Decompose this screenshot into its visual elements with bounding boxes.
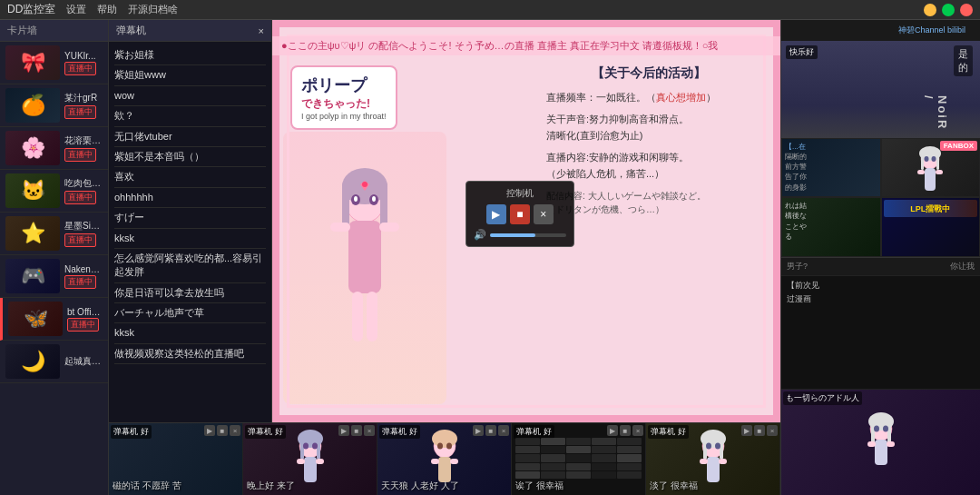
menu-settings[interactable]: 设置: [66, 3, 86, 16]
main-layout: 卡片墙 🎀 YUKIr... 直播中 🍊 某汁grR 直播中 🌸: [0, 20, 980, 495]
svg-rect-11: [352, 292, 363, 342]
danmu-item-3: 欸？: [114, 106, 266, 126]
danmu-panel: 弹幕机 × 紫お姐様 紫姐姐www wow 欸？: [109, 20, 272, 422]
volume-bar[interactable]: [490, 233, 566, 237]
mini-ctrl-0[interactable]: ▶ ■ ×: [204, 425, 240, 436]
svg-point-26: [437, 443, 443, 450]
sidebar-live-1: 直播中: [64, 105, 96, 119]
svg-point-7: [372, 196, 376, 202]
bc-danmu-1: 晚上好 来了: [247, 480, 373, 491]
anime-char-svg: [858, 412, 904, 471]
bottom-cell-0[interactable]: ▶ ■ × 弹幕机 好 磁的话 不愿辞 苦: [109, 423, 243, 495]
svg-rect-52: [887, 420, 891, 445]
play-icon: ▶: [492, 208, 500, 221]
character-area: [283, 132, 446, 404]
sidebar-thumb-2: 🌸: [5, 131, 60, 165]
bc-danmu-2: 天天狼 人老好 人了: [381, 480, 507, 491]
bc-danmu-0: 磁的话 不愿辞 苦: [113, 480, 239, 491]
bili-header: 神碧Channel bilibil: [781, 20, 980, 41]
sidebar-thumb-4: ⭐: [5, 216, 60, 251]
mini-ctrl-3[interactable]: ▶ ■ ×: [607, 425, 643, 436]
vc-close-button[interactable]: ×: [534, 204, 554, 224]
bottom-cell-3[interactable]: ▶ ■ × 弹幕机 好: [512, 423, 646, 495]
stream-char-label: 配信内容: 大人しいゲームや雑談など。（ドリタンが危機、つら…）: [546, 189, 751, 216]
bottom-bar: ▶ ■ × 弹幕机 好 磁的话 不愿辞 苦 ▶ ■ × 弹幕机 好: [109, 422, 780, 495]
rsc-2[interactable]: れは結 構後な ことや る: [781, 197, 881, 256]
maximize-button[interactable]: [942, 4, 955, 16]
mini-btn-9[interactable]: ▶: [607, 425, 618, 436]
right-bottom-header: 男子? 你让我: [781, 258, 980, 276]
svg-point-20: [312, 443, 318, 450]
svg-point-53: [874, 426, 879, 432]
danmu-item-8: すげー: [114, 208, 266, 228]
danmu-item-9: kksk: [114, 229, 266, 249]
sidebar-thumb-7: 🌙: [5, 344, 60, 379]
vc-buttons[interactable]: ▶ ■ ×: [474, 204, 566, 224]
bc-danmu-4: 淡了 很幸福: [650, 480, 776, 491]
svg-rect-12: [367, 292, 377, 342]
danmu-panel-title: 弹幕机: [116, 24, 146, 37]
sidebar-name-3: 吃肉包的必暴: [64, 177, 103, 190]
right-anime-char: も一切らのアドル人: [781, 389, 980, 495]
info-row-2: 直播内容:安静的游戏和闲聊等。 （少被陷人危机，痛苦...）: [546, 149, 751, 182]
menu-bar[interactable]: 设置 帮助 开源归档啥: [66, 3, 178, 16]
svg-rect-43: [936, 152, 939, 170]
svg-rect-38: [700, 459, 708, 464]
vc-volume: 🔊: [474, 229, 566, 241]
sidebar-name-7: 起城真寻Official: [64, 355, 103, 368]
lpl-label: LPL擂戰中: [910, 204, 950, 213]
rsc-0[interactable]: 【...在 隔断的 前方警 告了你 的身影: [781, 138, 881, 197]
danmu-item-6: 喜欢: [114, 167, 266, 187]
mini-btn-11[interactable]: ×: [632, 425, 643, 436]
vc-play-button[interactable]: ▶: [486, 204, 506, 224]
svg-rect-56: [867, 441, 876, 447]
menu-open[interactable]: 开源归档啥: [128, 3, 178, 16]
bc-danmu-text-0: 磁的话 不愿辞 苦: [113, 480, 239, 491]
menu-help[interactable]: 帮助: [97, 3, 117, 16]
mini-btn-2[interactable]: ×: [230, 425, 240, 436]
bc-label-0: 弹幕机 好: [111, 425, 152, 439]
svg-rect-55: [875, 440, 887, 465]
bottom-cell-2[interactable]: ▶ ■ × 弹幕机 好 天: [377, 423, 512, 495]
sidebar-item-1[interactable]: 🍊 某汁grR 直播中: [0, 84, 108, 127]
rbc-0: 【前次见: [787, 280, 975, 292]
stop-icon: ■: [516, 208, 523, 221]
mini-btn-0[interactable]: ▶: [204, 425, 215, 436]
bottom-cell-4[interactable]: ▶ ■ × 弹幕机 好: [646, 423, 780, 495]
sidebar-thumb-0: 🎀: [5, 45, 60, 80]
rsc-3[interactable]: LPL擂戰中: [881, 197, 981, 256]
danmu-item-5: 紫姐不是本音吗（）: [114, 147, 266, 167]
close-button[interactable]: [960, 4, 973, 16]
sidebar-item-0[interactable]: 🎀 YUKIr... 直播中: [0, 42, 108, 84]
danmu-list[interactable]: 紫お姐様 紫姐姐www wow 欸？ 无口佬vtuber 紫: [109, 42, 271, 422]
minimize-button[interactable]: [924, 4, 936, 16]
danmu-close-button[interactable]: ×: [259, 25, 264, 36]
sidebar-item-2[interactable]: 🌸 花溶栗栗子 直播中: [0, 127, 108, 170]
danmu-item-1: 紫姐姐www: [114, 65, 266, 85]
sidebar-item-6[interactable]: 🦋 bt Official 直播中: [0, 298, 108, 341]
svg-point-44: [925, 156, 929, 162]
danmu-item-13: kksk: [114, 323, 266, 343]
mini-btn-10[interactable]: ■: [620, 425, 631, 436]
svg-point-19: [303, 443, 309, 450]
svg-point-27: [446, 443, 452, 450]
speech-bubble: ポリープ できちゃった! I got polyp in my throat!: [290, 65, 397, 130]
vc-stop-button[interactable]: ■: [510, 204, 530, 224]
rsc-1[interactable]: FANBOX: [881, 138, 981, 197]
info-row-0: 直播频率：一如既往。（真心想增加）: [546, 89, 751, 105]
sidebar-item-5[interactable]: 🎮 Nakendoo 直播中: [0, 255, 108, 298]
bc-danmu-3: 诶了 很幸福: [515, 480, 642, 491]
danmu-text-8: すげー: [114, 212, 144, 223]
svg-rect-57: [887, 441, 895, 447]
sidebar-item-7[interactable]: 🌙 起城真寻Official: [0, 341, 108, 383]
sidebar-item-4[interactable]: ⭐ 星墨Sirius 直播中: [0, 213, 108, 255]
right-top-stream: 神碧Channel bilibil 🧑 是的 NoiR /: [781, 20, 980, 258]
mini-btn-1[interactable]: ■: [217, 425, 228, 436]
sidebar-live-3: 直播中: [64, 191, 96, 204]
speech-title: ポリープ: [301, 74, 387, 96]
window-controls[interactable]: [924, 4, 973, 16]
danmu-item-0: 紫お姐様: [114, 45, 266, 65]
bottom-cell-1[interactable]: ▶ ■ × 弹幕机 好: [243, 423, 377, 495]
right-top-label: 快乐好: [786, 45, 818, 59]
sidebar-item-3[interactable]: 🐱 吃肉包的必暴 直播中: [0, 170, 108, 213]
